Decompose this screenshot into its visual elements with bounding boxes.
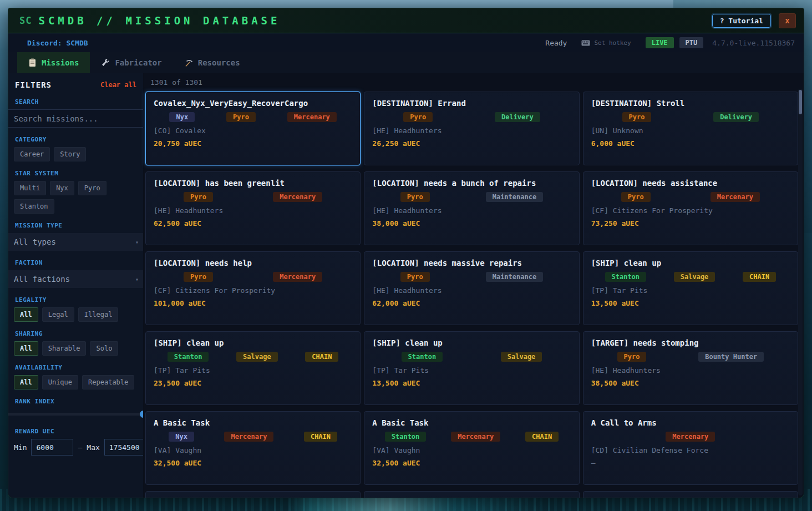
mission-card[interactable]: [SHIP] clean upStantonSalvage[TP] Tar Pi… <box>364 331 579 405</box>
mission-card[interactable]: [TARGET] needs stompingPyroBounty Hunter… <box>583 331 798 405</box>
filter-group-label: LEGALITY <box>15 296 143 303</box>
filter-group-label: AVAILABILITY <box>15 364 143 371</box>
card-tag-mercenary: Mercenary <box>710 192 760 202</box>
wrench-icon <box>101 58 110 67</box>
mission-card[interactable]: [DESTINATION] StrollPyroDelivery[UN] Unk… <box>583 92 798 165</box>
card-tags: PyroMaintenance <box>372 191 571 203</box>
card-issuer: [HE] Headhunters <box>372 286 571 295</box>
mission-type-select[interactable]: All types▾ <box>8 233 143 251</box>
filter-option-star-system-nyx[interactable]: Nyx <box>50 181 74 195</box>
card-title: [DESTINATION] Errand <box>372 99 571 108</box>
filter-option-availability-repeatable[interactable]: Repeatable <box>82 375 134 389</box>
card-tag-nyx: Nyx <box>169 432 194 442</box>
tab-label: Missions <box>42 58 79 67</box>
reward-dash: – <box>78 443 82 452</box>
mission-card[interactable]: A Chance to Impress <box>145 491 361 498</box>
search-input[interactable] <box>8 109 143 128</box>
filter-option-star-system-stanton[interactable]: Stanton <box>14 199 54 214</box>
card-title: [SHIP] clean up <box>372 338 571 347</box>
filter-option-legality-illegal[interactable]: Illegal <box>78 307 119 322</box>
tab-missions[interactable]: Missions <box>17 52 90 73</box>
card-reward: 13,500 aUEC <box>372 379 571 387</box>
clear-all-button[interactable]: Clear all <box>100 81 136 89</box>
card-tags: StantonMercenaryCHAIN <box>372 431 571 442</box>
card-reward: 13,500 aUEC <box>591 299 790 307</box>
card-title: [TARGET] needs stomping <box>591 338 790 347</box>
select-value: All factions <box>14 275 135 284</box>
mission-card[interactable]: A Complicated Task <box>583 491 798 498</box>
filter-option-sharing-sharable[interactable]: Sharable <box>42 341 87 356</box>
filter-option-sharing-solo[interactable]: Solo <box>90 341 118 356</box>
mission-card[interactable]: [LOCATION] needs a bunch of repairsPyroM… <box>364 171 579 245</box>
card-title: [DESTINATION] Stroll <box>591 99 790 108</box>
mission-card[interactable]: [DESTINATION] ErrandPyroDelivery[HE] Hea… <box>364 92 579 165</box>
card-tag-pyro: Pyro <box>403 112 433 122</box>
discord-link[interactable]: Discord: SCMDB <box>27 39 88 47</box>
version-label: 4.7.0-live.11518367 <box>712 39 795 47</box>
ptu-badge[interactable]: PTU <box>679 37 704 48</box>
mission-card[interactable]: A Basic TaskStantonMercenaryCHAIN[VA] Va… <box>364 411 579 485</box>
card-tags: PyroMaintenance <box>372 271 571 282</box>
reward-min-input[interactable] <box>31 439 73 456</box>
set-hotkey-button[interactable]: Set hotkey <box>594 39 631 47</box>
filter-option-availability-unique[interactable]: Unique <box>42 375 78 389</box>
tutorial-button[interactable]: ? Tutorial <box>712 14 771 28</box>
card-tags: PyroMercenary <box>591 191 790 203</box>
scrollbar-thumb[interactable] <box>799 90 802 114</box>
mission-card[interactable]: [LOCATION] has been greenlitPyroMercenar… <box>145 171 361 245</box>
card-tags: PyroBounty Hunter <box>591 351 790 362</box>
app-window: SC SCMDB // MISSION DATABASE ? Tutorial … <box>8 8 804 498</box>
mission-list-panel: 1301 of 1301 Covalex_Nyx_VeryEasy_Recove… <box>144 73 804 498</box>
card-tag-pyro: Pyro <box>400 192 430 202</box>
card-reward: 73,250 aUEC <box>591 219 790 227</box>
card-tag-chain: CHAIN <box>525 432 559 442</box>
mission-card[interactable]: [LOCATION] needs assistancePyroMercenary… <box>583 171 798 245</box>
filter-option-category-career[interactable]: Career <box>14 147 50 161</box>
filter-group-mission-type: MISSION TYPEAll types▾ <box>8 222 143 251</box>
card-tag-mercenary: Mercenary <box>287 112 337 122</box>
mission-card[interactable]: A Chance to Impress <box>364 491 579 498</box>
tab-fabricator[interactable]: Fabricator <box>90 52 172 73</box>
mission-card[interactable]: A Basic TaskNyxMercenaryCHAIN[VA] Vaughn… <box>145 411 361 485</box>
card-title: [LOCATION] needs a bunch of repairs <box>372 179 571 188</box>
filter-option-sharing-all[interactable]: All <box>14 341 38 356</box>
card-tag-delivery: Delivery <box>495 112 540 122</box>
card-tag-mercenary: Mercenary <box>666 432 715 442</box>
live-badge[interactable]: LIVE <box>646 37 674 48</box>
filter-option-star-system-multi[interactable]: Multi <box>14 181 46 195</box>
filter-option-legality-all[interactable]: All <box>14 307 38 322</box>
card-tag-maintenance: Maintenance <box>486 192 543 202</box>
card-tag-stanton: Stanton <box>385 432 427 442</box>
scrollbar[interactable] <box>798 89 803 495</box>
rank-index-slider[interactable] <box>8 413 143 416</box>
filter-option-availability-all[interactable]: All <box>14 375 38 389</box>
reward-group: REWARD UEC Min – Max <box>8 428 143 456</box>
card-title: [LOCATION] needs massive repairs <box>372 259 571 267</box>
card-tags: PyroMercenary <box>154 191 352 203</box>
card-tags: StantonSalvageCHAIN <box>154 351 352 362</box>
card-tags: StantonSalvageCHAIN <box>591 271 790 282</box>
mission-card[interactable]: [LOCATION] needs massive repairsPyroMain… <box>364 251 579 325</box>
card-tag-chain: CHAIN <box>305 352 338 362</box>
mission-card[interactable]: [LOCATION] needs helpPyroMercenary[CF] C… <box>145 251 361 325</box>
mission-card[interactable]: A Call to ArmsMercenary[CD] Civilian Def… <box>583 411 798 485</box>
title-bar: SC SCMDB // MISSION DATABASE ? Tutorial … <box>8 8 804 33</box>
filter-option-category-story[interactable]: Story <box>54 147 86 161</box>
card-reward: 32,500 aUEC <box>372 459 571 467</box>
mission-card[interactable]: [SHIP] clean upStantonSalvageCHAIN[TP] T… <box>145 331 361 405</box>
filters-title: FILTERS <box>15 80 52 89</box>
filter-option-legality-legal[interactable]: Legal <box>42 307 74 322</box>
slider-handle[interactable] <box>140 411 144 418</box>
filter-option-star-system-pyro[interactable]: Pyro <box>78 181 106 195</box>
mission-card[interactable]: Covalex_Nyx_VeryEasy_RecoverCargoNyxPyro… <box>145 92 361 165</box>
card-tag-pyro: Pyro <box>617 352 647 362</box>
tab-resources[interactable]: Resources <box>173 52 251 73</box>
faction-select[interactable]: All factions▾ <box>8 270 143 288</box>
mission-card[interactable]: [SHIP] clean upStantonSalvageCHAIN[TP] T… <box>583 251 798 325</box>
filter-group-label: CATEGORY <box>15 136 143 143</box>
reward-max-input[interactable] <box>104 439 144 456</box>
card-tag-mercenary: Mercenary <box>451 432 500 442</box>
card-title: [LOCATION] needs help <box>154 259 352 267</box>
card-tag-nyx: Nyx <box>169 112 195 122</box>
close-button[interactable]: x <box>779 13 796 28</box>
